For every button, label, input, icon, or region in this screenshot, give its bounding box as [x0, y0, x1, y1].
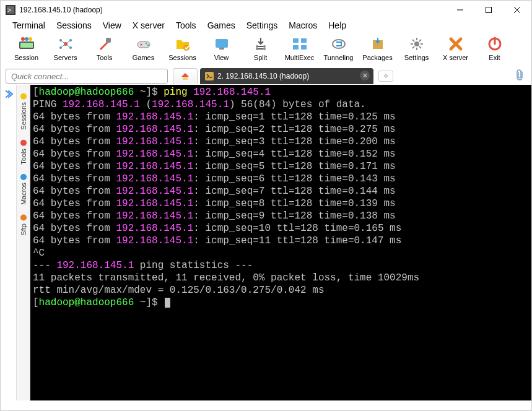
toolbar-packages-button[interactable]: Packages	[358, 34, 397, 61]
toolbar-multiexec-button[interactable]: MultiExec	[280, 34, 319, 61]
menu-terminal[interactable]: Terminal	[7, 19, 51, 32]
svg-point-23	[140, 44, 142, 46]
tab-label: 2. 192.168.145.10 (hadoop)	[217, 72, 309, 80]
folder-icon	[174, 35, 191, 53]
svg-point-37	[333, 40, 345, 48]
sidetab-sftp[interactable]: Sftp	[19, 210, 28, 241]
view-icon	[213, 35, 230, 53]
svg-line-47	[412, 46, 414, 48]
multiexec-icon	[291, 35, 308, 53]
svg-point-26	[183, 45, 190, 51]
tools-icon	[96, 35, 113, 53]
svg-line-20	[66, 44, 71, 48]
toolbar-label: MultiExec	[285, 54, 315, 61]
tab-close-button[interactable]: ✕	[360, 71, 370, 80]
menu-help[interactable]: Help	[323, 19, 352, 32]
sidetab-icon	[20, 174, 27, 180]
svg-line-46	[419, 40, 421, 41]
home-icon	[180, 72, 190, 82]
home-tab[interactable]	[173, 68, 198, 84]
menu-view[interactable]: View	[97, 19, 127, 32]
toolbar-label: Split	[254, 54, 267, 61]
svg-rect-8	[20, 43, 33, 48]
svg-rect-36	[301, 45, 307, 50]
app-icon: >	[6, 5, 15, 15]
toolbar-label: Packages	[362, 54, 392, 61]
sidetab-icon	[20, 93, 27, 100]
svg-rect-4	[486, 7, 492, 13]
toolbar-split-button[interactable]: Split	[241, 34, 280, 61]
svg-rect-21	[106, 38, 111, 43]
sidetab-tools[interactable]: Tools	[19, 135, 28, 170]
tab-row: 2. 192.168.145.10 (hadoop) ✕ ✧	[1, 67, 531, 85]
svg-line-18	[66, 40, 71, 44]
active-tab[interactable]: 2. 192.168.145.10 (hadoop) ✕	[200, 68, 373, 84]
minimize-button[interactable]	[446, 1, 474, 19]
svg-point-24	[145, 43, 146, 44]
close-button[interactable]	[503, 1, 531, 19]
paperclip-icon[interactable]	[514, 69, 525, 84]
svg-line-44	[412, 40, 414, 41]
quick-connect-box[interactable]	[6, 69, 168, 84]
toolbar-games-button[interactable]: Games	[124, 34, 163, 61]
side-tabs: SessionsToolsMacrosSftp	[17, 85, 30, 400]
svg-rect-28	[219, 48, 224, 50]
sidetab-macros[interactable]: Macros	[19, 169, 28, 210]
toolbar-label: Session	[14, 54, 38, 61]
menubar: TerminalSessionsViewX serverToolsGamesSe…	[1, 19, 531, 33]
menu-macros[interactable]: Macros	[283, 19, 323, 32]
menu-x-server[interactable]: X server	[127, 19, 170, 32]
toolbar-label: Sessions	[168, 54, 196, 61]
toolbar-label: Tools	[97, 54, 113, 61]
toolbar-exit-button[interactable]: Exit	[475, 34, 514, 61]
session-icon	[18, 35, 35, 53]
toolbar-label: View	[214, 54, 229, 61]
window-title: 192.168.145.10 (hadoop)	[19, 6, 103, 14]
toolbar-settings-button[interactable]: Settings	[397, 34, 436, 61]
toolbar-view-button[interactable]: View	[202, 34, 241, 61]
toolbar-label: Exit	[489, 54, 500, 61]
packages-icon	[369, 35, 386, 53]
titlebar: > 192.168.145.10 (hadoop)	[1, 1, 531, 19]
terminal-icon	[205, 72, 214, 80]
games-icon	[135, 35, 152, 53]
sidetab-sessions[interactable]: Sessions	[19, 89, 28, 135]
menu-games[interactable]: Games	[202, 19, 241, 32]
svg-point-10	[25, 37, 28, 41]
terminal-cursor	[165, 298, 170, 308]
menu-tools[interactable]: Tools	[170, 19, 202, 32]
toolbar-servers-button[interactable]: Servers	[46, 34, 85, 61]
new-tab-button[interactable]: ✧	[378, 71, 393, 82]
toolbar-tunneling-button[interactable]: Tunneling	[319, 34, 358, 61]
menu-sessions[interactable]: Sessions	[51, 19, 97, 32]
chevron-right-icon	[4, 90, 13, 98]
terminal-output[interactable]: [hadoop@hadoop666 ~]$ ping 192.168.145.1…	[30, 85, 531, 400]
svg-rect-33	[293, 38, 299, 43]
menu-settings[interactable]: Settings	[241, 19, 284, 32]
maximize-button[interactable]	[474, 1, 503, 19]
sidebar-collapse-button[interactable]	[1, 85, 17, 400]
quick-connect-input[interactable]	[6, 69, 167, 83]
svg-point-25	[147, 45, 148, 46]
sidetab-icon	[20, 215, 27, 221]
toolbar-sessions-button[interactable]: Sessions	[163, 34, 202, 61]
toolbar: SessionServersToolsGamesSessionsViewSpli…	[1, 33, 531, 67]
svg-point-39	[414, 41, 419, 46]
toolbar-label: Servers	[54, 54, 77, 61]
toolbar-label: Games	[133, 54, 154, 61]
svg-text:>: >	[7, 7, 11, 14]
toolbar-label: Tunneling	[324, 54, 354, 61]
svg-point-29	[256, 45, 258, 48]
settings-icon	[408, 35, 425, 53]
toolbar-tools-button[interactable]: Tools	[85, 34, 124, 61]
svg-rect-27	[216, 39, 228, 48]
svg-rect-35	[293, 45, 299, 50]
servers-icon	[57, 35, 74, 53]
toolbar-session-button[interactable]: Session	[7, 34, 46, 61]
toolbar-label: Settings	[404, 54, 429, 61]
svg-line-19	[61, 44, 66, 48]
toolbar-x-server-button[interactable]: X server	[436, 34, 475, 61]
svg-rect-34	[301, 38, 307, 43]
svg-point-9	[21, 37, 25, 41]
svg-point-31	[256, 48, 258, 50]
